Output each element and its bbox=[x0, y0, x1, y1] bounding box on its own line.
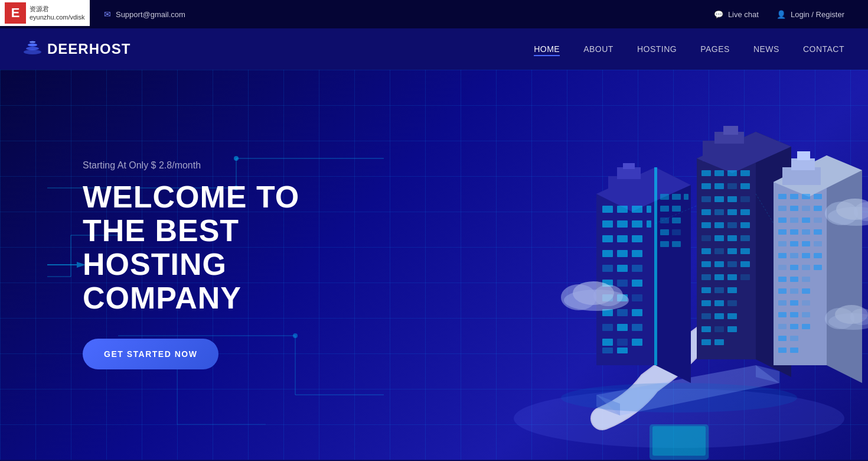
svg-rect-83 bbox=[740, 196, 750, 202]
svg-rect-73 bbox=[714, 170, 724, 176]
svg-rect-56 bbox=[617, 348, 628, 353]
svg-rect-171 bbox=[790, 348, 798, 353]
nav-link-pages[interactable]: PAGES bbox=[700, 42, 730, 56]
svg-rect-35 bbox=[617, 250, 628, 257]
svg-rect-85 bbox=[714, 209, 724, 215]
svg-rect-33 bbox=[632, 235, 642, 242]
svg-rect-122 bbox=[703, 141, 750, 161]
svg-rect-143 bbox=[802, 241, 810, 246]
svg-rect-170 bbox=[778, 348, 787, 353]
svg-rect-158 bbox=[802, 288, 810, 294]
svg-rect-47 bbox=[617, 309, 628, 316]
watermark-line1: 资源君 bbox=[30, 5, 85, 13]
svg-rect-118 bbox=[714, 326, 724, 332]
svg-rect-135 bbox=[802, 217, 810, 223]
svg-rect-107 bbox=[740, 274, 750, 280]
logo[interactable]: DEERHOST bbox=[24, 40, 130, 59]
svg-rect-53 bbox=[617, 339, 628, 346]
svg-rect-100 bbox=[701, 261, 711, 267]
svg-rect-165 bbox=[778, 324, 787, 329]
svg-rect-90 bbox=[727, 222, 737, 228]
svg-rect-39 bbox=[632, 265, 642, 272]
svg-rect-157 bbox=[790, 288, 798, 294]
svg-rect-23 bbox=[602, 206, 613, 213]
svg-rect-88 bbox=[701, 222, 711, 228]
svg-rect-78 bbox=[727, 183, 737, 189]
svg-rect-64 bbox=[660, 229, 669, 235]
nav-link-hosting[interactable]: HOSTING bbox=[637, 42, 677, 56]
live-chat-button[interactable]: 💬 Live chat bbox=[714, 10, 759, 19]
svg-rect-132 bbox=[814, 206, 822, 211]
auth-label: Login / Register bbox=[791, 10, 844, 19]
nav-item-contact[interactable]: CONTACT bbox=[803, 44, 844, 54]
svg-rect-126 bbox=[790, 194, 798, 199]
nav-item-news[interactable]: NEWS bbox=[753, 44, 779, 54]
svg-rect-159 bbox=[778, 300, 787, 306]
svg-rect-28 bbox=[617, 220, 628, 228]
svg-rect-76 bbox=[701, 183, 711, 189]
svg-rect-144 bbox=[814, 241, 822, 246]
svg-rect-58 bbox=[672, 194, 681, 200]
svg-rect-147 bbox=[802, 253, 810, 258]
svg-rect-91 bbox=[740, 222, 750, 228]
svg-rect-119 bbox=[727, 326, 737, 332]
topbar-email-address: Support@gmail.com bbox=[116, 10, 185, 19]
svg-rect-24 bbox=[617, 206, 628, 213]
svg-rect-84 bbox=[701, 209, 711, 215]
svg-rect-113 bbox=[727, 300, 737, 306]
svg-rect-121 bbox=[714, 339, 724, 345]
svg-rect-60 bbox=[660, 206, 669, 212]
svg-rect-134 bbox=[790, 217, 798, 223]
chat-icon: 💬 bbox=[714, 10, 723, 19]
svg-rect-81 bbox=[714, 196, 724, 202]
svg-rect-80 bbox=[701, 196, 711, 202]
svg-point-178 bbox=[573, 281, 614, 305]
hero-illustration bbox=[425, 70, 868, 460]
svg-rect-130 bbox=[790, 206, 798, 211]
login-register-button[interactable]: 👤 Login / Register bbox=[776, 10, 844, 19]
nav-item-about[interactable]: ABOUT bbox=[583, 44, 614, 54]
svg-rect-25 bbox=[632, 206, 642, 213]
svg-rect-104 bbox=[701, 274, 711, 280]
nav-item-home[interactable]: HOME bbox=[534, 44, 560, 54]
svg-rect-151 bbox=[802, 265, 810, 270]
nav-item-pages[interactable]: PAGES bbox=[700, 44, 730, 54]
svg-rect-142 bbox=[790, 241, 798, 246]
nav-link-news[interactable]: NEWS bbox=[753, 42, 779, 56]
svg-rect-38 bbox=[617, 265, 628, 272]
svg-rect-97 bbox=[714, 248, 724, 254]
svg-rect-95 bbox=[740, 235, 750, 241]
svg-rect-57 bbox=[660, 194, 669, 200]
hero-title-line1: WELCOME TO THE BEST bbox=[83, 180, 299, 248]
svg-rect-138 bbox=[790, 229, 798, 235]
svg-rect-29 bbox=[632, 220, 642, 228]
svg-rect-52 bbox=[602, 339, 613, 346]
svg-rect-152 bbox=[814, 265, 822, 270]
svg-rect-129 bbox=[778, 206, 787, 211]
svg-rect-168 bbox=[778, 336, 787, 341]
svg-rect-114 bbox=[701, 313, 711, 319]
get-started-button[interactable]: GET STARTED NOW bbox=[83, 339, 218, 369]
nav-item-hosting[interactable]: HOSTING bbox=[637, 44, 677, 54]
svg-rect-105 bbox=[714, 274, 724, 280]
hero-title-line2: HOSTING COMPANY bbox=[83, 247, 242, 315]
svg-rect-102 bbox=[727, 261, 737, 267]
svg-rect-61 bbox=[672, 206, 681, 212]
svg-rect-59 bbox=[684, 194, 688, 200]
svg-rect-146 bbox=[790, 253, 798, 258]
nav-link-about[interactable]: ABOUT bbox=[583, 42, 614, 56]
svg-rect-128 bbox=[814, 194, 822, 199]
hero-section: Starting At Only $ 2.8/month WELCOME TO … bbox=[0, 70, 868, 460]
svg-rect-26 bbox=[647, 206, 651, 213]
svg-rect-55 bbox=[602, 348, 613, 353]
svg-rect-124 bbox=[723, 126, 738, 135]
svg-rect-112 bbox=[714, 300, 724, 306]
svg-rect-50 bbox=[617, 324, 628, 331]
nav-link-contact[interactable]: CONTACT bbox=[803, 42, 844, 56]
svg-rect-120 bbox=[701, 339, 711, 345]
svg-rect-153 bbox=[778, 277, 787, 282]
svg-rect-48 bbox=[632, 309, 642, 316]
email-icon: ✉ bbox=[104, 9, 111, 19]
svg-rect-117 bbox=[701, 326, 711, 332]
nav-link-home[interactable]: HOME bbox=[534, 42, 560, 56]
